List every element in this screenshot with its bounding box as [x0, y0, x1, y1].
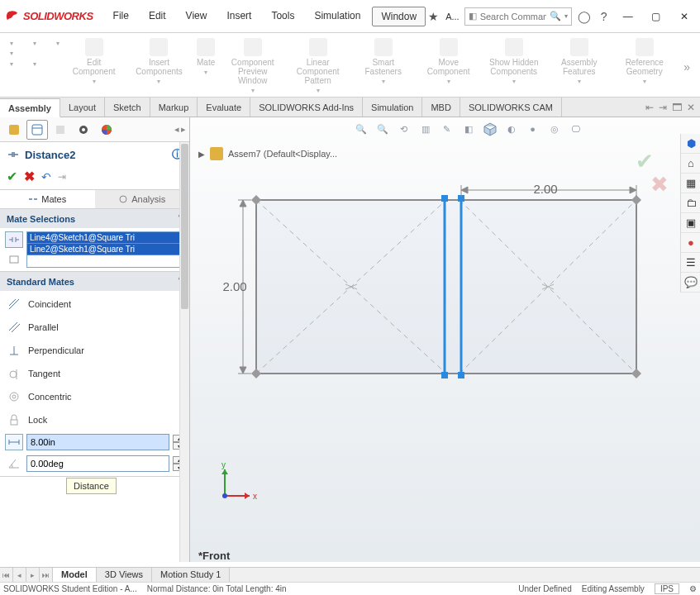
- ok-button[interactable]: ✔: [7, 169, 17, 184]
- cm-tab-sketch[interactable]: Sketch: [105, 98, 150, 117]
- sheet-tab-model[interactable]: Model: [53, 568, 97, 582]
- mate-parallel[interactable]: Parallel: [0, 316, 189, 339]
- panel-scrollbar[interactable]: [179, 142, 189, 562]
- section-view-icon[interactable]: ▥: [417, 121, 434, 137]
- zoom-fit-icon[interactable]: 🔍: [353, 121, 369, 137]
- maximize-button[interactable]: ▢: [645, 8, 668, 25]
- sheet-tab-3d-views[interactable]: 3D Views: [97, 568, 152, 582]
- sw-resources-icon[interactable]: ⬢: [681, 134, 700, 154]
- panel-close-icon[interactable]: ✕: [687, 102, 695, 113]
- ribbon-reference-geometry[interactable]: Reference Geometry▾: [612, 36, 677, 97]
- cancel-button[interactable]: ✖: [24, 169, 35, 184]
- cm-tab-simulation[interactable]: Simulation: [363, 98, 422, 117]
- ribbon-move-component[interactable]: Move Component▾: [416, 36, 481, 97]
- file-explorer-icon[interactable]: 🗀: [681, 193, 700, 213]
- cm-tab-mbd[interactable]: MBD: [422, 98, 460, 117]
- undo-button[interactable]: ↶: [41, 170, 51, 183]
- search-icon[interactable]: 🔍: [550, 11, 561, 21]
- ribbon-linear-component-pattern[interactable]: Linear Component Pattern▾: [285, 36, 350, 97]
- search-dropdown-icon[interactable]: ▾: [564, 12, 568, 20]
- status-units[interactable]: IPS: [655, 583, 679, 594]
- zoom-area-icon[interactable]: 🔍: [374, 121, 391, 137]
- user-icon[interactable]: ◯: [577, 9, 592, 24]
- help-icon[interactable]: ?: [597, 9, 612, 24]
- tab-analysis[interactable]: Analysis: [95, 190, 190, 208]
- feature-tree-flyout[interactable]: ▶ Assem7 (Default<Display...: [198, 147, 337, 160]
- forum-icon[interactable]: 💬: [681, 273, 700, 293]
- panel-right-icon[interactable]: ⇥: [659, 102, 667, 113]
- ribbon-show-hidden-components[interactable]: Show Hidden Components▾: [481, 36, 546, 97]
- mate-concentric[interactable]: Concentric: [0, 385, 189, 408]
- confirm-corner-ok[interactable]: ✔: [636, 149, 654, 174]
- dynamic-annotation-icon[interactable]: ✎: [439, 121, 455, 137]
- prev-view-icon[interactable]: ⟲: [396, 121, 412, 137]
- selection-list[interactable]: Line4@Sketch1@Square TriLine2@Sketch1@Sq…: [26, 231, 184, 268]
- distance-input[interactable]: [26, 434, 169, 450]
- menu-simulation[interactable]: Simulation: [306, 7, 369, 26]
- ribbon-expand-icon[interactable]: »: [679, 36, 695, 97]
- appearances-icon[interactable]: ●: [681, 233, 700, 253]
- fm-prev-icon[interactable]: ◂: [174, 124, 179, 135]
- minimize-button[interactable]: —: [617, 8, 640, 25]
- fm-tab-property-manager[interactable]: [26, 120, 48, 140]
- panel-max-icon[interactable]: 🗖: [672, 102, 682, 113]
- ribbon-insert-components[interactable]: Insert Components▾: [126, 36, 192, 97]
- pin-button[interactable]: ⇥: [58, 171, 66, 183]
- ribbon-edit-component[interactable]: Edit Component▾: [61, 36, 126, 97]
- cm-tab-evaluate[interactable]: Evaluate: [198, 98, 250, 117]
- menu-window[interactable]: Window: [372, 7, 426, 26]
- display-style-icon[interactable]: [482, 121, 498, 137]
- view-triad[interactable]: x y: [212, 463, 258, 509]
- mate-lock[interactable]: Lock: [0, 408, 189, 431]
- selection-item[interactable]: Line4@Sketch1@Square Tri: [27, 232, 183, 244]
- home-tab-icon[interactable]: ⌂: [681, 154, 700, 174]
- multi-mate-icon[interactable]: [5, 251, 23, 268]
- search-input[interactable]: [480, 12, 546, 21]
- sheet-last-icon[interactable]: ⏭: [40, 568, 53, 582]
- menu-edit[interactable]: Edit: [140, 7, 174, 26]
- hide-show-icon[interactable]: ◐: [503, 121, 520, 137]
- selection-item[interactable]: Line2@Sketch1@Square Tri: [27, 244, 183, 255]
- sheet-next-icon[interactable]: ▸: [26, 568, 40, 582]
- mate-tangent[interactable]: Tangent: [0, 362, 189, 385]
- cm-tab-markup[interactable]: Markup: [150, 98, 198, 117]
- fm-tab-display[interactable]: [73, 120, 94, 140]
- fm-tab-config[interactable]: [50, 120, 71, 140]
- menu-file[interactable]: File: [105, 7, 137, 26]
- ribbon-mate[interactable]: Mate▾: [192, 36, 220, 97]
- command-search[interactable]: ◧ 🔍 ▾: [464, 7, 572, 26]
- cm-tab-layout[interactable]: Layout: [60, 98, 105, 117]
- close-button[interactable]: ✕: [673, 8, 696, 25]
- status-gear-icon[interactable]: ⚙: [689, 584, 697, 593]
- cm-tab-assembly[interactable]: Assembly: [0, 98, 60, 117]
- view-settings-icon[interactable]: 🖵: [568, 121, 584, 137]
- design-library-icon[interactable]: ▦: [681, 174, 700, 193]
- menu-view[interactable]: View: [178, 7, 216, 26]
- appearance-icon[interactable]: ●: [525, 121, 541, 137]
- mate-coincident[interactable]: Coincident: [0, 293, 189, 316]
- fm-tab-appearance[interactable]: [96, 120, 117, 140]
- view-orientation-icon[interactable]: ◧: [460, 121, 477, 137]
- ribbon-smart-fasteners[interactable]: Smart Fasteners▾: [350, 36, 416, 97]
- scene-icon[interactable]: ◎: [546, 121, 563, 137]
- cm-tab-solidworks-add-ins[interactable]: SOLIDWORKS Add-Ins: [250, 98, 363, 117]
- sheet-tab-motion-study-1[interactable]: Motion Study 1: [152, 568, 230, 582]
- view-palette-icon[interactable]: ▣: [681, 213, 700, 233]
- mate-perpendicular[interactable]: Perpendicular: [0, 339, 189, 362]
- angle-input[interactable]: [26, 455, 169, 472]
- panel-left-icon[interactable]: ⇤: [645, 102, 654, 113]
- distance-icon[interactable]: [5, 434, 23, 450]
- expand-tree-icon[interactable]: ▶: [198, 150, 205, 159]
- fm-tab-tree[interactable]: [3, 120, 25, 140]
- sheet-prev-icon[interactable]: ◂: [13, 568, 26, 582]
- ribbon-component-preview-window[interactable]: Component Preview Window▾: [220, 36, 285, 97]
- ribbon-assembly-features[interactable]: Assembly Features▾: [546, 36, 612, 97]
- menu-tools[interactable]: Tools: [263, 7, 302, 26]
- menu-insert[interactable]: Insert: [218, 7, 260, 26]
- cm-tab-solidworks-cam[interactable]: SOLIDWORKS CAM: [460, 98, 562, 117]
- confirm-corner-cancel[interactable]: ✖: [650, 172, 669, 198]
- custom-props-icon[interactable]: ☰: [681, 253, 700, 273]
- graphics-viewport[interactable]: 🔍 🔍 ⟲ ▥ ✎ ◧ ◐ ● ◎ 🖵 ▶ Assem7 (Default<Di…: [190, 117, 700, 562]
- sheet-first-icon[interactable]: ⏮: [0, 568, 13, 582]
- angle-icon[interactable]: [5, 455, 23, 472]
